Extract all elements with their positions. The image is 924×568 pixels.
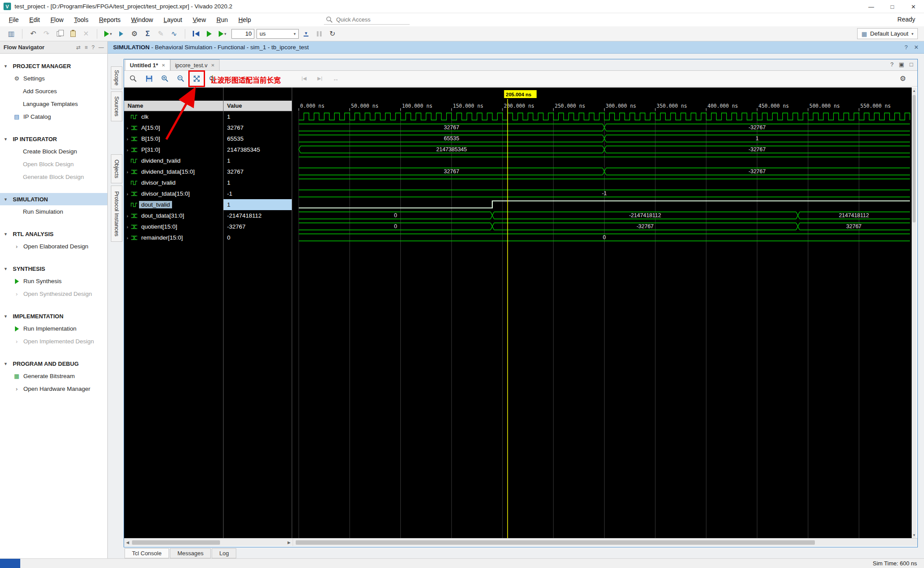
tab-tcl-console[interactable]: Tcl Console — [125, 548, 169, 558]
tab-untitled-1[interactable]: Untitled 1* ✕ — [125, 59, 170, 70]
signal-value[interactable]: 0 — [224, 232, 292, 243]
signal-value[interactable]: 32767 — [224, 122, 292, 133]
section-header-simulation[interactable]: ▾SIMULATION — [0, 193, 107, 205]
signal-name[interactable]: divisor_tdata[15:0] — [139, 190, 192, 197]
waveform-canvas[interactable]: 0.000 ns50.000 ns100.000 ns150.000 ns200… — [292, 87, 912, 538]
signal-row[interactable]: ›B[15:0] — [124, 133, 223, 144]
signal-name[interactable]: dividend_tvalid — [139, 157, 183, 164]
minimize-button[interactable]: — — [861, 0, 882, 13]
signal-value[interactable]: -32767 — [224, 221, 292, 232]
step-button[interactable]: ▾ — [300, 28, 312, 40]
flow-item-open-elaborated-design[interactable]: ›Open Elaborated Design — [0, 240, 107, 253]
expand-chevron-icon[interactable]: › — [124, 235, 131, 240]
dashboard-icon[interactable]: ▥ — [5, 28, 17, 40]
flow-item-open-implemented-design[interactable]: ›Open Implemented Design — [0, 335, 107, 348]
help-icon[interactable]: ? — [905, 44, 908, 51]
float-window-icon[interactable]: ▣ — [899, 61, 904, 68]
signal-row[interactable]: ›P[31:0] — [124, 144, 223, 155]
side-tab-scope[interactable]: Scope — [111, 66, 122, 89]
waveform-plot-area[interactable]: 0.000 ns50.000 ns100.000 ns150.000 ns200… — [292, 87, 912, 538]
signal-value[interactable]: -1 — [224, 188, 292, 199]
signal-row[interactable]: dividend_tvalid — [124, 155, 223, 166]
signal-row[interactable]: clk — [124, 111, 223, 122]
flow-item-run-synthesis[interactable]: Run Synthesis — [0, 275, 107, 288]
expand-chevron-icon[interactable]: › — [124, 191, 131, 197]
menu-file[interactable]: File — [4, 14, 24, 25]
expand-chevron-icon[interactable]: › — [124, 136, 131, 142]
delete-icon[interactable]: ✕ — [80, 28, 92, 40]
signal-name[interactable]: remainder[15:0] — [139, 234, 185, 241]
signal-value[interactable]: -2147418112 — [224, 210, 292, 221]
copy-icon[interactable] — [54, 28, 66, 40]
waveform-hscrollbar[interactable] — [293, 539, 913, 546]
restart-sim-button[interactable] — [190, 28, 202, 40]
edit-pencil-icon[interactable]: ✎ — [155, 28, 167, 40]
close-button[interactable]: ✕ — [903, 0, 924, 13]
signal-row[interactable]: ›quotient[15:0] — [124, 221, 223, 232]
run-all-button[interactable] — [203, 28, 215, 40]
name-panel-hscrollbar[interactable]: ◀ ▶ — [124, 539, 293, 546]
close-icon[interactable]: ✕ — [211, 63, 214, 68]
name-column-header[interactable]: Name — [124, 101, 223, 111]
save-waveform-button[interactable] — [143, 72, 156, 85]
signal-name[interactable]: clk — [139, 113, 151, 120]
signal-row[interactable]: ›remainder[15:0] — [124, 232, 223, 243]
menu-view[interactable]: View — [187, 14, 211, 25]
maximize-button[interactable]: □ — [882, 0, 903, 13]
signal-row[interactable]: ›divisor_tdata[15:0] — [124, 188, 223, 199]
help-icon[interactable]: ? — [891, 61, 894, 68]
close-icon[interactable]: ✕ — [161, 63, 165, 68]
value-column-header[interactable]: Value — [224, 101, 292, 111]
hscrollbar-thumb[interactable] — [132, 540, 220, 545]
menu-layout[interactable]: Layout — [158, 14, 187, 25]
flow-item-settings[interactable]: ⚙Settings — [0, 72, 107, 85]
flow-item-generate-bitstream[interactable]: ▦Generate Bitstream — [0, 370, 107, 382]
tab-ipcore-test[interactable]: ipcore_test.v ✕ — [170, 59, 220, 70]
run-for-time-button[interactable]: ▾ — [216, 28, 228, 40]
scroll-left-icon[interactable]: ◀ — [124, 540, 131, 545]
flow-item-create-block-design[interactable]: Create Block Design — [0, 145, 107, 158]
hscrollbar-thumb[interactable] — [296, 540, 815, 545]
section-header-rtl-analysis[interactable]: ▾RTL ANALYSIS — [0, 228, 107, 240]
signal-name[interactable]: dout_tdata[31:0] — [139, 212, 187, 219]
expand-chevron-icon[interactable]: › — [124, 213, 131, 218]
help-icon[interactable]: ? — [92, 44, 95, 51]
quick-access-input[interactable] — [336, 16, 402, 23]
signal-name[interactable]: A[15:0] — [139, 124, 162, 131]
tab-log[interactable]: Log — [212, 548, 236, 558]
flow-item-run-simulation[interactable]: Run Simulation — [0, 205, 107, 218]
flow-item-ip-catalog[interactable]: ▤IP Catalog — [0, 110, 107, 123]
probe-icon[interactable]: ∿ — [168, 28, 180, 40]
signal-row[interactable]: ›dividend_tdata[15:0] — [124, 166, 223, 177]
vertical-scrollbar[interactable]: ▴ ▾ — [912, 87, 917, 538]
menu-tools[interactable]: Tools — [69, 14, 94, 25]
flow-item-open-block-design[interactable]: Open Block Design — [0, 158, 107, 171]
signal-name[interactable]: P[31:0] — [139, 146, 162, 153]
signal-value[interactable]: 1 — [224, 111, 292, 122]
signal-name[interactable]: B[15:0] — [139, 135, 162, 142]
signal-value[interactable]: 32767 — [224, 166, 292, 177]
time-unit-select[interactable]: us ▾ — [257, 29, 299, 39]
go-to-end-button[interactable]: ▶| — [313, 72, 326, 85]
dock-icon[interactable]: ⇄ — [76, 44, 81, 51]
close-icon[interactable]: ✕ — [914, 44, 919, 51]
menu-icon[interactable]: ≡ — [84, 44, 88, 51]
menu-run[interactable]: Run — [211, 14, 233, 25]
signal-name[interactable]: divisor_tvalid — [139, 179, 178, 186]
section-header-program-and-debug[interactable]: ▾PROGRAM AND DEBUG — [0, 357, 107, 370]
flow-item-open-hardware-manager[interactable]: ›Open Hardware Manager — [0, 382, 107, 395]
tab-messages[interactable]: Messages — [170, 548, 211, 558]
scroll-right-icon[interactable]: ▶ — [286, 540, 293, 545]
sim-time-input[interactable] — [231, 29, 254, 39]
undo-icon[interactable]: ↶ — [27, 28, 39, 40]
menu-help[interactable]: Help — [233, 14, 257, 25]
zoom-out-button[interactable] — [174, 72, 187, 85]
signal-value[interactable]: 1 — [224, 155, 292, 166]
pause-button[interactable] — [313, 28, 325, 40]
section-header-synthesis[interactable]: ▾SYNTHESIS — [0, 262, 107, 275]
flow-item-open-synthesized-design[interactable]: ›Open Synthesized Design — [0, 288, 107, 300]
signal-value[interactable]: 1 — [224, 199, 292, 210]
menu-flow[interactable]: Flow — [45, 14, 69, 25]
scroll-down-icon[interactable]: ▾ — [913, 532, 915, 538]
section-header-implementation[interactable]: ▾IMPLEMENTATION — [0, 310, 107, 322]
